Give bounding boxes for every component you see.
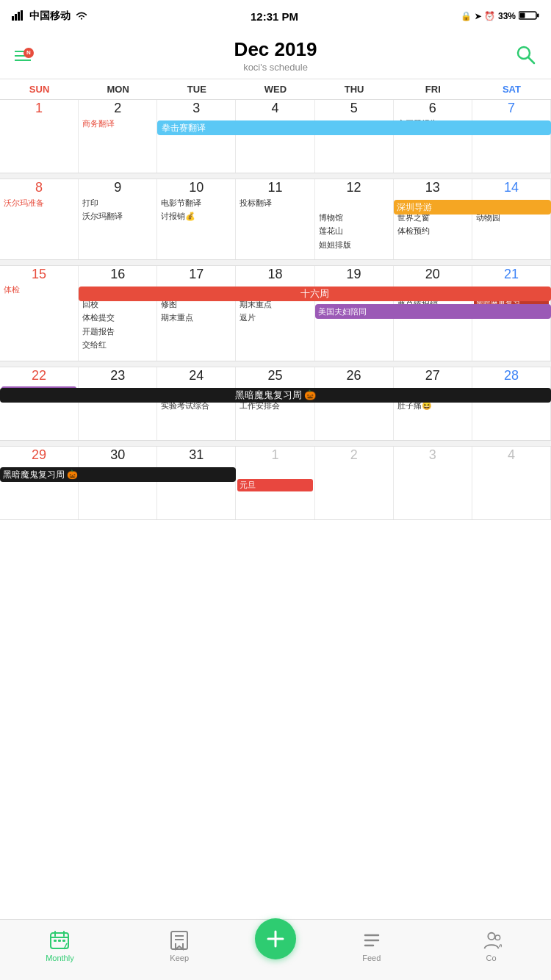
- week-4-grid: 22 美国夫妇陪同 23 24 实验考试综合 25 工作安排会 26 27 肚子…: [0, 367, 551, 441]
- day-cell-dec1[interactable]: 1: [0, 100, 79, 173]
- day-cell-dec7[interactable]: 7: [472, 100, 551, 173]
- event-exam-focus-17[interactable]: 期末重点: [159, 311, 234, 324]
- event-submit-health[interactable]: 体检提交: [80, 311, 155, 324]
- day-num-11: 11: [237, 180, 312, 195]
- week-2: 8 沃尔玛准备 9 打印 沃尔玛翻译 10 电影节翻译 讨报销💰 11 投标翻译…: [0, 179, 551, 260]
- day-cell-dec3[interactable]: 3: [157, 100, 236, 173]
- event-lotus-hill[interactable]: 莲花山: [317, 225, 392, 237]
- svg-point-25: [495, 935, 500, 940]
- day-num-14: 14: [474, 180, 549, 195]
- tab-monthly[interactable]: Monthly: [15, 930, 104, 962]
- event-business-translation[interactable]: 商务翻译: [80, 118, 155, 130]
- day-cell-dec10[interactable]: 10 电影节翻译 讨报销💰: [157, 179, 236, 259]
- event-shenzhen-tour[interactable]: 深圳导游: [394, 200, 551, 215]
- tab-co[interactable]: Co: [447, 930, 536, 962]
- day-cell-dec11[interactable]: 11 投标翻译: [236, 179, 314, 259]
- event-week16[interactable]: 十六周: [79, 287, 551, 301]
- event-topic-report[interactable]: 开题报告: [80, 325, 155, 338]
- day-cell-dec6[interactable]: 6 交开题报告: [394, 100, 472, 173]
- event-boxing-translation[interactable]: 拳击赛翻译: [157, 120, 551, 135]
- signal-icon: [12, 10, 25, 23]
- event-expense[interactable]: 讨报销💰: [159, 210, 234, 223]
- day-header-wed: WED: [236, 79, 314, 99]
- svg-rect-6: [519, 12, 525, 18]
- event-walmart-translate[interactable]: 沃尔玛翻译: [80, 210, 155, 223]
- day-num-4: 4: [237, 101, 312, 116]
- event-print[interactable]: 打印: [80, 197, 155, 209]
- day-cell-dec16[interactable]: 16 回校 体检提交 开题报告 交给红: [79, 266, 157, 361]
- event-dark-devil-week5[interactable]: 黑暗魔鬼复习周 🎃: [0, 467, 236, 482]
- day-num-25: 25: [237, 368, 312, 383]
- event-museum[interactable]: 博物馆: [317, 212, 392, 224]
- day-cell-dec12[interactable]: 12 博物馆 莲花山 姐姐排版: [315, 179, 394, 259]
- alarm-icon: ⏰: [484, 11, 495, 21]
- day-header-fri: FRI: [394, 79, 472, 99]
- day-cell-dec14[interactable]: 14 动物园: [472, 179, 551, 259]
- day-num-13: 13: [395, 180, 470, 195]
- day-num-7: 7: [474, 101, 549, 116]
- day-cell-dec22[interactable]: 22 美国夫妇陪同: [0, 367, 79, 440]
- day-cell-dec18[interactable]: 18 期末重点 返片: [236, 266, 314, 361]
- day-cell-jan3[interactable]: 3: [394, 447, 472, 519]
- day-cell-dec31[interactable]: 31: [157, 447, 236, 519]
- add-button[interactable]: [255, 918, 296, 959]
- event-hand-red[interactable]: 交给红: [80, 339, 155, 351]
- day-cell-dec15[interactable]: 15 体检: [0, 266, 79, 361]
- day-cell-dec27[interactable]: 27 肚子痛😆: [394, 367, 472, 440]
- week-5: 29 30 31 1 元旦 2 3 4 黑暗魔鬼复习周 🎃: [0, 447, 551, 520]
- day-cell-dec13[interactable]: 13 世界之窗 体检预约: [394, 179, 472, 259]
- day-cell-jan2[interactable]: 2: [315, 447, 394, 519]
- event-new-year[interactable]: 元旦: [237, 479, 312, 491]
- day-headers: SUN MON TUE WED THU FRI SAT: [0, 79, 551, 100]
- day-cell-dec29[interactable]: 29: [0, 447, 79, 519]
- day-num-jan4: 4: [474, 447, 549, 463]
- day-num-20: 20: [395, 267, 470, 282]
- carrier-label: 中国移动: [29, 10, 71, 23]
- event-health-appt[interactable]: 体检预约: [395, 225, 470, 237]
- event-us-couple-w3[interactable]: 美国夫妇陪同: [315, 304, 551, 319]
- day-cell-dec2[interactable]: 2 商务翻译: [79, 100, 157, 173]
- event-return-film[interactable]: 返片: [237, 311, 312, 324]
- notification-badge: N: [24, 48, 34, 58]
- co-icon: [481, 930, 502, 951]
- event-sister-layout[interactable]: 姐姐排版: [317, 239, 392, 251]
- event-film-festival[interactable]: 电影节翻译: [159, 197, 234, 209]
- event-walmart-prep[interactable]: 沃尔玛准备: [1, 197, 76, 209]
- day-cell-dec28[interactable]: 28: [472, 367, 551, 440]
- day-num-15: 15: [1, 267, 76, 282]
- event-dark-devil-week4[interactable]: 黑暗魔鬼复习周 🎃: [0, 388, 551, 403]
- day-cell-dec17[interactable]: 17 修图 期末重点: [157, 266, 236, 361]
- day-cell-dec8[interactable]: 8 沃尔玛准备: [0, 179, 79, 259]
- tab-keep[interactable]: Keep: [135, 930, 223, 962]
- day-cell-dec26[interactable]: 26: [315, 367, 394, 440]
- day-num-1: 1: [1, 101, 76, 116]
- header-right: [500, 43, 536, 68]
- day-cell-jan4[interactable]: 4: [472, 447, 551, 519]
- event-bid-translate[interactable]: 投标翻译: [237, 197, 312, 209]
- day-cell-dec30[interactable]: 30: [79, 447, 157, 519]
- week-5-grid: 29 30 31 1 元旦 2 3 4 黑暗魔鬼复习周 🎃: [0, 447, 551, 520]
- svg-rect-0: [12, 16, 14, 21]
- svg-rect-3: [21, 10, 23, 21]
- week-3: 15 体检 16 回校 体检提交 开题报告 交给红 17 修图 期末重点 18 …: [0, 266, 551, 361]
- day-num-29: 29: [1, 447, 76, 463]
- event-health-check[interactable]: 体检: [1, 284, 76, 296]
- day-num-8: 8: [1, 180, 76, 195]
- day-cell-dec4[interactable]: 4: [236, 100, 314, 173]
- day-cell-dec25[interactable]: 25 工作安排会: [236, 367, 314, 440]
- day-num-21: 21: [474, 267, 549, 282]
- day-cell-dec23[interactable]: 23: [79, 367, 157, 440]
- day-header-mon: MON: [79, 79, 157, 99]
- status-time: 12:31 PM: [251, 10, 298, 23]
- menu-button[interactable]: N: [15, 51, 31, 61]
- search-button[interactable]: [514, 43, 536, 68]
- day-cell-dec5[interactable]: 5: [315, 100, 394, 173]
- page-title: Dec 2019: [51, 38, 500, 61]
- day-cell-dec24[interactable]: 24 实验考试综合: [157, 367, 236, 440]
- day-num-5: 5: [317, 101, 392, 116]
- svg-rect-5: [537, 13, 539, 17]
- tab-feed[interactable]: Feed: [328, 930, 416, 962]
- week-2-grid: 8 沃尔玛准备 9 打印 沃尔玛翻译 10 电影节翻译 讨报销💰 11 投标翻译…: [0, 179, 551, 260]
- day-cell-dec9[interactable]: 9 打印 沃尔玛翻译: [79, 179, 157, 259]
- day-cell-jan1[interactable]: 1 元旦: [236, 447, 314, 519]
